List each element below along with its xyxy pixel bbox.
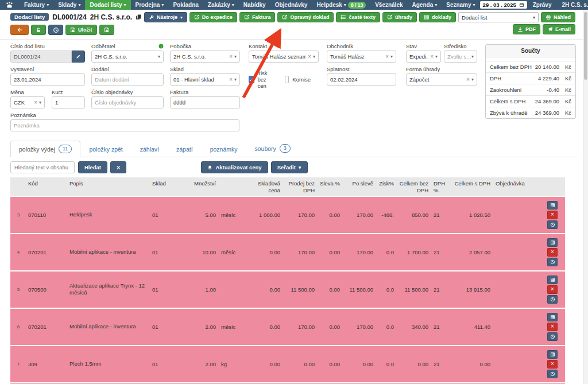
invoice-ref-input[interactable] bbox=[170, 96, 240, 108]
item-row[interactable]: 6 070201 Mobilní aplikace - inventura 01… bbox=[10, 309, 565, 345]
due-date-input[interactable] bbox=[327, 73, 396, 86]
payments-button[interactable]: úhrady bbox=[382, 12, 417, 22]
row-detail-button[interactable] bbox=[547, 238, 558, 247]
commission-checkbox[interactable] bbox=[285, 76, 289, 83]
salesperson-select[interactable]: Tomáš Halász × ▾ bbox=[327, 51, 396, 63]
tab[interactable]: položky zpět bbox=[80, 142, 131, 157]
search-button[interactable]: Hledat bbox=[78, 161, 107, 173]
item-row[interactable]: 7 309 Plech 1.5mm 01 2.00 kg 0.00 0.00 0… bbox=[10, 346, 565, 382]
invoice-button[interactable]: Faktura bbox=[239, 12, 276, 22]
tab-label: zápatí bbox=[176, 146, 193, 153]
note-input[interactable] bbox=[10, 119, 239, 131]
clear-icon[interactable]: × bbox=[430, 53, 434, 60]
preview-button[interactable]: Náhled bbox=[541, 12, 575, 22]
info-icon[interactable] bbox=[158, 44, 164, 49]
customer-select[interactable]: 2H C.S. s.r.o. ▾ bbox=[91, 51, 164, 63]
row-detail-button[interactable] bbox=[547, 313, 558, 321]
scrollbar-thumb[interactable] bbox=[584, 12, 587, 80]
exchange-rate-input[interactable] bbox=[52, 96, 85, 108]
item-unit: měsíc bbox=[219, 212, 245, 218]
nav-item[interactable]: Objednávky bbox=[270, 0, 312, 10]
item-row[interactable]: 3 070110 Heldpesk 01 5.00 měsíc 1 000.00… bbox=[10, 197, 565, 233]
row-delete-button[interactable]: × bbox=[547, 211, 558, 219]
branch-select[interactable]: 2H C.S. s.r.o. × ▾ bbox=[170, 51, 240, 63]
frequent-texts-button[interactable]: časté texty bbox=[336, 12, 380, 22]
issued-date-input[interactable] bbox=[10, 73, 85, 86]
clear-icon[interactable]: × bbox=[385, 53, 389, 60]
item-row[interactable]: 5 070500 Aktualizace aplikace Trynx - 12… bbox=[10, 271, 565, 308]
tab[interactable]: zápatí bbox=[168, 142, 202, 157]
tab[interactable]: záhlaví bbox=[131, 142, 168, 157]
clear-icon[interactable]: × bbox=[34, 99, 37, 106]
user-menu[interactable]: 2H C.S. s.r.o. TomH - systém ▾ bbox=[558, 2, 588, 8]
nav-item[interactable]: Dodací listy ▾ bbox=[85, 0, 130, 10]
update-prices-button[interactable]: Aktualizovat ceny bbox=[201, 161, 268, 173]
nav-item[interactable]: Helpdesk ▾ 8 / 13 bbox=[312, 0, 370, 10]
row-history-button[interactable] bbox=[547, 220, 558, 229]
edit-number-button[interactable] bbox=[72, 51, 85, 63]
nav-item[interactable]: Sklady ▾ bbox=[53, 0, 85, 10]
print-without-prices-checkbox[interactable]: ✓ bbox=[249, 76, 254, 83]
history-button[interactable] bbox=[48, 25, 63, 35]
row-delete-button[interactable]: × bbox=[547, 360, 558, 369]
cost-center-select[interactable]: Zvolte s... ▾ bbox=[444, 51, 477, 63]
copy-icon[interactable] bbox=[136, 14, 142, 20]
delivery-date-input[interactable] bbox=[91, 73, 164, 86]
nav-item[interactable]: Faktury ▾ bbox=[20, 0, 53, 10]
nav-item[interactable]: Seznamy ▾ bbox=[442, 0, 479, 10]
back-button[interactable] bbox=[10, 25, 29, 35]
email-button[interactable]: E-mail bbox=[543, 24, 575, 34]
row-history-button[interactable] bbox=[547, 295, 558, 304]
row-detail-button[interactable] bbox=[547, 350, 558, 359]
row-delete-button[interactable]: × bbox=[547, 323, 558, 331]
item-total-excl-vat: 850.00 bbox=[397, 212, 432, 218]
row-detail-button[interactable] bbox=[547, 276, 558, 284]
pdf-button[interactable]: PDF bbox=[513, 24, 540, 34]
print-without-prices-label[interactable]: Tisk bez cen bbox=[258, 70, 273, 89]
unlock-button[interactable] bbox=[31, 25, 46, 35]
nav-item-messages[interactable]: Zprávy bbox=[528, 2, 556, 8]
row-delete-button[interactable]: × bbox=[547, 285, 558, 294]
tab[interactable]: soubory 3 bbox=[246, 140, 299, 157]
col-header: Prodej bez DPH bbox=[284, 180, 318, 194]
clear-icon[interactable]: × bbox=[466, 76, 470, 83]
clear-search-button[interactable]: X bbox=[110, 161, 126, 173]
tab[interactable]: položky výdej 11 bbox=[10, 141, 80, 157]
doc-number-input[interactable] bbox=[10, 51, 72, 63]
payment-method-select[interactable]: Zápočet × ▾ bbox=[406, 73, 477, 86]
row-delete-button[interactable]: × bbox=[547, 248, 558, 257]
tools-button[interactable]: Nástroje▾ bbox=[144, 12, 187, 22]
corrective-doc-button[interactable]: Opravný doklad bbox=[277, 12, 334, 22]
app-logo-icon[interactable] bbox=[0, 0, 20, 10]
status-select[interactable]: Expedi... × ▾ bbox=[406, 51, 441, 63]
print-template-select[interactable]: Dodací list ▾ bbox=[458, 12, 539, 22]
item-row[interactable]: 4 070201 Mobilní aplikace - inventura 01… bbox=[10, 234, 565, 270]
row-detail-button[interactable] bbox=[547, 201, 558, 210]
contact-select[interactable]: Tomáš Halász seznam (to... × ▾ bbox=[249, 51, 319, 63]
nav-item[interactable]: Pokladna bbox=[168, 0, 203, 10]
to-dispatch-button[interactable]: Do expedice bbox=[189, 12, 237, 22]
currency-select[interactable]: CZK × ▾ bbox=[10, 96, 45, 108]
date-picker[interactable]: 29 . 03 . 2025 bbox=[480, 1, 527, 9]
tab[interactable]: poznámky bbox=[202, 142, 246, 157]
nav-item[interactable]: Zakázky ▾ bbox=[203, 0, 239, 10]
clear-icon[interactable]: × bbox=[229, 53, 233, 60]
save-and-stay-button[interactable] bbox=[99, 25, 114, 35]
nav-item[interactable]: Všeználek bbox=[370, 0, 407, 10]
save-button[interactable]: Uložit bbox=[65, 25, 97, 35]
commission-label[interactable]: Komise bbox=[292, 76, 311, 83]
nav-item[interactable]: Nabídky bbox=[239, 0, 270, 10]
search-input[interactable] bbox=[10, 161, 75, 173]
nav-item[interactable]: Prodejna ▾ bbox=[131, 0, 169, 10]
row-history-button[interactable] bbox=[547, 370, 558, 378]
nav-item[interactable]: Agenda ▾ bbox=[408, 0, 442, 10]
sort-button[interactable]: Seřadit▾ bbox=[271, 161, 308, 173]
row-history-button[interactable] bbox=[547, 258, 558, 266]
order-number-input[interactable] bbox=[91, 96, 164, 108]
row-history-button[interactable] bbox=[547, 332, 558, 341]
clear-icon[interactable]: × bbox=[308, 53, 311, 60]
documents-button[interactable]: doklady bbox=[419, 12, 456, 22]
warehouse-select[interactable]: 01 - Hlavní sklad × ▾ bbox=[170, 73, 240, 86]
clear-icon[interactable]: × bbox=[229, 76, 233, 83]
vertical-scrollbar[interactable] bbox=[583, 10, 588, 384]
